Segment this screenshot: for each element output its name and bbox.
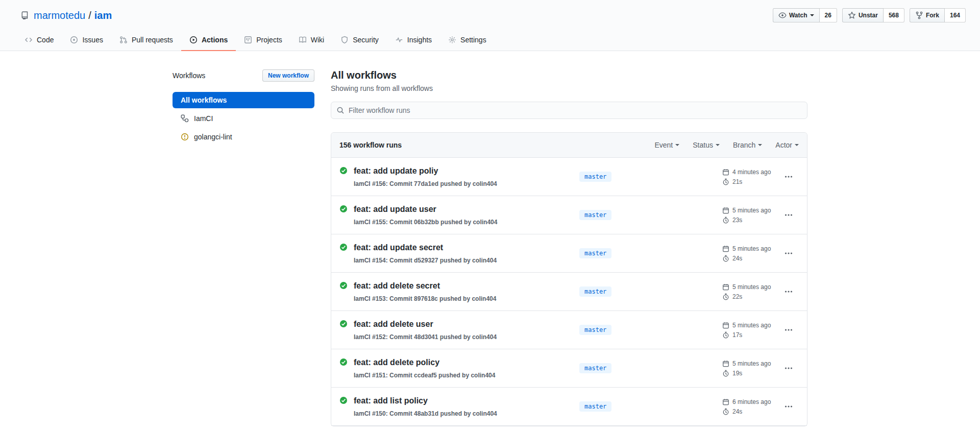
run-time-line: 5 minutes ago bbox=[722, 245, 778, 252]
tab-label: Wiki bbox=[311, 36, 324, 44]
caret-down-icon bbox=[795, 144, 799, 148]
run-options-button[interactable] bbox=[778, 361, 799, 375]
tab-label: Security bbox=[353, 36, 379, 44]
repo-owner-link[interactable]: marmotedu bbox=[34, 10, 85, 21]
tab-insights[interactable]: Insights bbox=[387, 30, 440, 51]
tab-wiki[interactable]: Wiki bbox=[290, 30, 332, 51]
kebab-horizontal-icon bbox=[785, 402, 793, 411]
tab-code[interactable]: Code bbox=[16, 30, 62, 51]
branch-badge[interactable]: master bbox=[579, 401, 611, 412]
success-check-icon bbox=[339, 396, 348, 418]
tab-actions[interactable]: Actions bbox=[181, 30, 236, 51]
calendar-icon bbox=[722, 169, 729, 176]
success-check-icon bbox=[339, 358, 348, 380]
runs-filter-dropdown[interactable]: Event bbox=[654, 141, 679, 149]
run-title-link[interactable]: feat: add delete policy bbox=[354, 356, 439, 369]
branch-badge[interactable]: master bbox=[579, 363, 611, 373]
branch-badge[interactable]: master bbox=[579, 286, 611, 297]
run-time: 5 minutes ago bbox=[732, 360, 771, 367]
star-count[interactable]: 568 bbox=[884, 8, 904, 22]
runs-filter-dropdown[interactable]: Status bbox=[693, 141, 720, 149]
repo-social-actions: Watch 26 Unstar 568 bbox=[773, 8, 966, 22]
run-timing: 4 minutes ago 21s bbox=[722, 169, 778, 185]
branch-badge[interactable]: master bbox=[579, 210, 611, 220]
tab-settings[interactable]: Settings bbox=[440, 30, 495, 51]
page-header: marmotedu / iam Watch 26 bbox=[0, 0, 980, 51]
caret-down-icon bbox=[810, 14, 814, 18]
workflow-run-row: feat: add list policy IamCI #150: Commit… bbox=[331, 388, 807, 426]
run-duration-line: 21s bbox=[722, 178, 778, 185]
sidebar-item-all-workflows[interactable]: All workflows bbox=[173, 92, 314, 108]
kebab-horizontal-icon bbox=[785, 173, 793, 181]
calendar-icon bbox=[722, 322, 729, 329]
run-text: feat: add list policy IamCI #150: Commit… bbox=[354, 395, 497, 418]
branch-badge[interactable]: master bbox=[579, 172, 611, 182]
breadcrumb-separator: / bbox=[88, 10, 91, 21]
run-title-link[interactable]: feat: add delete secret bbox=[354, 280, 440, 292]
fork-group: Fork 164 bbox=[910, 8, 966, 22]
sidebar-item-golangci-lint[interactable]: golangci-lint bbox=[173, 129, 314, 145]
repo-name-link[interactable]: iam bbox=[94, 10, 112, 21]
projects-icon bbox=[244, 36, 252, 44]
watch-button[interactable]: Watch bbox=[773, 8, 820, 22]
workflow-runs-box: 156 workflow runs Event Status Branch Ac… bbox=[331, 132, 807, 426]
filter-label: Branch bbox=[733, 141, 755, 149]
run-duration: 23s bbox=[732, 217, 742, 224]
run-options-button[interactable] bbox=[778, 399, 799, 414]
workflow-run-row: feat: add delete secret IamCI #153: Comm… bbox=[331, 273, 807, 311]
tab-label: Code bbox=[37, 36, 54, 44]
new-workflow-button[interactable]: New workflow bbox=[262, 69, 314, 82]
runs-filter-dropdown[interactable]: Branch bbox=[733, 141, 762, 149]
filter-workflow-runs-input[interactable] bbox=[331, 102, 807, 119]
run-timing: 6 minutes ago 24s bbox=[722, 398, 778, 415]
issue-icon bbox=[70, 36, 78, 44]
fork-button[interactable]: Fork bbox=[910, 8, 945, 22]
run-options-button[interactable] bbox=[778, 208, 799, 222]
tab-pull-requests[interactable]: Pull requests bbox=[111, 30, 181, 51]
run-main: feat: add update poliy IamCI #156: Commi… bbox=[339, 165, 579, 188]
tab-projects[interactable]: Projects bbox=[236, 30, 290, 51]
tab-issues[interactable]: Issues bbox=[62, 30, 111, 51]
runs-filter-dropdown[interactable]: Actor bbox=[775, 141, 799, 149]
tab-security[interactable]: Security bbox=[332, 30, 387, 51]
kebab-horizontal-icon bbox=[785, 211, 793, 219]
run-branch-cell: master bbox=[579, 248, 722, 258]
run-duration: 24s bbox=[732, 408, 742, 415]
run-title-link[interactable]: feat: add update user bbox=[354, 203, 436, 216]
run-duration-line: 17s bbox=[722, 331, 778, 339]
run-time-line: 5 minutes ago bbox=[722, 207, 778, 214]
run-timing: 5 minutes ago 19s bbox=[722, 360, 778, 377]
run-title-link[interactable]: feat: add update secret bbox=[354, 242, 443, 254]
run-main: feat: add delete secret IamCI #153: Comm… bbox=[339, 280, 579, 303]
branch-badge[interactable]: master bbox=[579, 325, 611, 335]
sidebar-title: Workflows bbox=[173, 71, 205, 80]
repo-icon bbox=[20, 11, 29, 19]
success-check-icon bbox=[339, 243, 348, 265]
run-text: feat: add update user IamCI #155: Commit… bbox=[354, 203, 497, 227]
repo-head: marmotedu / iam Watch 26 bbox=[0, 0, 980, 22]
unstar-button[interactable]: Unstar bbox=[842, 8, 884, 22]
fork-count[interactable]: 164 bbox=[945, 8, 966, 22]
caret-down-icon bbox=[675, 144, 679, 148]
runs-header: 156 workflow runs Event Status Branch Ac… bbox=[331, 133, 807, 158]
shield-icon bbox=[340, 36, 349, 44]
workflows-main: All workflows Showing runs from all work… bbox=[331, 69, 807, 426]
watch-count[interactable]: 26 bbox=[820, 8, 837, 22]
run-options-button[interactable] bbox=[778, 170, 799, 184]
run-main: feat: add delete policy IamCI #151: Comm… bbox=[339, 356, 579, 380]
run-title-link[interactable]: feat: add update poliy bbox=[354, 165, 438, 177]
run-meta: IamCI #154: Commit d529327 pushed by col… bbox=[354, 256, 497, 265]
run-options-button[interactable] bbox=[778, 284, 799, 299]
run-title-link[interactable]: feat: add delete user bbox=[354, 318, 433, 330]
tab-label: Pull requests bbox=[132, 36, 173, 44]
repo-breadcrumb: marmotedu / iam bbox=[34, 10, 112, 21]
run-title-link[interactable]: feat: add list policy bbox=[354, 395, 428, 407]
run-duration-line: 24s bbox=[722, 255, 778, 262]
run-options-button[interactable] bbox=[778, 323, 799, 337]
run-options-button[interactable] bbox=[778, 246, 799, 260]
sidebar-item-iamci[interactable]: IamCI bbox=[173, 110, 314, 127]
stopwatch-icon bbox=[722, 408, 729, 415]
stopwatch-icon bbox=[722, 331, 729, 339]
branch-badge[interactable]: master bbox=[579, 248, 611, 258]
stopwatch-icon bbox=[722, 217, 729, 224]
